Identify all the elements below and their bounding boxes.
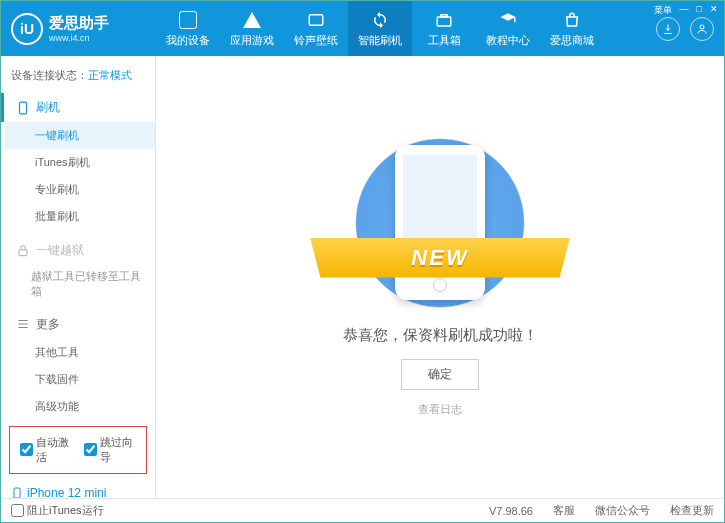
- lock-icon: [16, 244, 30, 258]
- footer-bar: 阻止iTunes运行 V7.98.66 客服 微信公众号 检查更新: [1, 498, 724, 522]
- toolbox-icon: [434, 10, 454, 30]
- sidebar-item-oneclick-flash[interactable]: 一键刷机: [5, 122, 155, 149]
- logo-icon: iU: [11, 13, 43, 45]
- sidebar-item-advanced[interactable]: 高级功能: [5, 393, 155, 420]
- tab-tutorials[interactable]: 教程中心: [476, 1, 540, 56]
- wallpaper-icon: [306, 10, 326, 30]
- minimize-button[interactable]: —: [680, 4, 689, 17]
- result-message: 恭喜您，保资料刷机成功啦！: [343, 326, 538, 345]
- sidebar-item-download-firmware[interactable]: 下载固件: [5, 366, 155, 393]
- customer-service-link[interactable]: 客服: [553, 503, 575, 518]
- store-icon: [562, 10, 582, 30]
- menu-button[interactable]: 菜单: [654, 4, 672, 17]
- ok-button[interactable]: 确定: [401, 359, 479, 390]
- sidebar-item-itunes-flash[interactable]: iTunes刷机: [5, 149, 155, 176]
- sidebar-item-batch-flash[interactable]: 批量刷机: [5, 203, 155, 230]
- account-button[interactable]: [690, 17, 714, 41]
- tab-ringtones[interactable]: 铃声壁纸: [284, 1, 348, 56]
- jailbreak-note: 越狱工具已转移至工具箱: [1, 265, 155, 304]
- phone-icon: [11, 486, 23, 498]
- connection-status: 设备连接状态：正常模式: [1, 64, 155, 87]
- flash-icon: [370, 10, 390, 30]
- sidebar-group-flash[interactable]: 刷机: [1, 93, 155, 122]
- checkbox-auto-activate[interactable]: 自动激活: [20, 435, 72, 465]
- tutorial-icon: [498, 10, 518, 30]
- main-content: NEW 恭喜您，保资料刷机成功啦！ 确定 查看日志: [156, 56, 724, 498]
- header-bar: iU 爱思助手 www.i4.cn 我的设备 应用游戏 铃声壁纸 智能刷机 工具…: [1, 1, 724, 56]
- tab-store[interactable]: 爱思商城: [540, 1, 604, 56]
- version-label: V7.98.66: [489, 505, 533, 517]
- maximize-button[interactable]: □: [697, 4, 702, 17]
- sidebar-group-jailbreak: 一键越狱: [1, 236, 155, 265]
- success-illustration: NEW: [330, 138, 550, 308]
- wechat-link[interactable]: 微信公众号: [595, 503, 650, 518]
- checkbox-skip-guide[interactable]: 跳过向导: [84, 435, 136, 465]
- sidebar: 设备连接状态：正常模式 刷机 一键刷机 iTunes刷机 专业刷机 批量刷机 一…: [1, 56, 156, 498]
- device-name: iPhone 12 mini: [27, 486, 106, 498]
- tab-smart-flash[interactable]: 智能刷机: [348, 1, 412, 56]
- app-url: www.i4.cn: [49, 33, 109, 43]
- svg-point-3: [700, 25, 704, 29]
- new-ribbon: NEW: [310, 238, 570, 278]
- window-controls: 菜单 — □ ✕: [654, 4, 718, 17]
- device-icon: [178, 10, 198, 30]
- svg-rect-1: [437, 17, 451, 26]
- device-block[interactable]: iPhone 12 mini 64GB Down-12mini-13,1: [1, 480, 155, 498]
- app-title: 爱思助手: [49, 14, 109, 33]
- phone-icon: [16, 101, 30, 115]
- svg-rect-2: [441, 14, 447, 16]
- close-button[interactable]: ✕: [710, 4, 718, 17]
- sidebar-item-other-tools[interactable]: 其他工具: [5, 339, 155, 366]
- menu-icon: [16, 317, 30, 331]
- svg-rect-4: [20, 102, 27, 114]
- nav-tabs: 我的设备 应用游戏 铃声壁纸 智能刷机 工具箱 教程中心 爱思商城: [156, 1, 656, 56]
- view-log-link[interactable]: 查看日志: [418, 402, 462, 417]
- sidebar-item-pro-flash[interactable]: 专业刷机: [5, 176, 155, 203]
- svg-rect-5: [19, 249, 27, 255]
- tab-my-device[interactable]: 我的设备: [156, 1, 220, 56]
- logo-area: iU 爱思助手 www.i4.cn: [11, 13, 156, 45]
- apps-icon: [242, 10, 262, 30]
- options-row: 自动激活 跳过向导: [9, 426, 147, 474]
- tab-apps-games[interactable]: 应用游戏: [220, 1, 284, 56]
- svg-rect-6: [14, 488, 20, 498]
- svg-rect-0: [309, 14, 323, 25]
- check-update-link[interactable]: 检查更新: [670, 503, 714, 518]
- checkbox-block-itunes[interactable]: 阻止iTunes运行: [11, 503, 104, 518]
- sidebar-group-more[interactable]: 更多: [1, 310, 155, 339]
- tab-toolbox[interactable]: 工具箱: [412, 1, 476, 56]
- download-button[interactable]: [656, 17, 680, 41]
